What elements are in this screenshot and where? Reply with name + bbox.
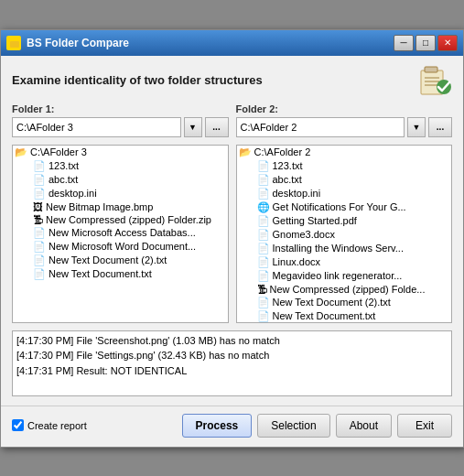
folder2-browse-button[interactable]: ... [428,117,452,137]
list-item: 🖼New Bitmap Image.bmp [13,200,228,213]
minimize-button[interactable]: ─ [394,35,414,51]
file-icon: 🗜 [257,284,267,295]
svg-rect-1 [10,41,19,48]
create-report-checkbox[interactable] [12,419,24,431]
list-item: 📄Gnome3.docx [237,228,452,242]
folder-inputs-row: Folder 1: ▼ ... Folder 2: ▼ ... [12,103,452,137]
list-item: 📄New Microsoft Access Databas... [13,226,228,240]
header-row: Examine identicality of two folder struc… [12,65,452,96]
file-icon: 📄 [257,229,270,241]
app-window: BS Folder Compare ─ □ ✕ Examine identica… [0,29,464,448]
file-icon: 📄 [33,227,46,239]
file-icon: 📄 [33,268,46,280]
list-item: 📄Linux.docx [237,255,452,269]
file-icon: 📄 [257,174,270,186]
folder2-group: Folder 2: ▼ ... [236,103,453,137]
list-item: 📄desktop.ini [237,187,452,200]
tree-panel-2[interactable]: 📂 C:\AFolder 2 📄123.txt 📄abc.txt 📄deskto… [236,145,453,323]
list-item: 📄abc.txt [13,173,228,187]
list-item: 📄New Text Document (2).txt [13,254,228,267]
folder1-input-row: ▼ ... [12,117,229,137]
header-icon [417,65,452,96]
list-item: 📄New Text Document.txt [13,267,228,281]
folder-open-icon: 📂 [239,146,252,158]
tree2-root: 📂 C:\AFolder 2 [237,146,452,159]
header-text: Examine identicality of two folder struc… [12,73,263,87]
file-icon: 🌐 [257,201,270,213]
main-content: Examine identicality of two folder struc… [1,56,463,406]
create-report-label: Create report [27,420,87,431]
file-icon: 📄 [257,160,270,172]
file-icon: 📄 [33,241,46,253]
list-item: 📄Getting Started.pdf [237,214,452,228]
log-line: [4:17:30 PM] File 'Settings.png' (32.43 … [16,348,448,363]
bottom-bar: Create report Process Selection About Ex… [1,408,463,447]
list-item: 📄desktop.ini [13,187,228,200]
app-icon [6,36,21,50]
selection-button[interactable]: Selection [257,414,329,438]
folder2-label: Folder 2: [236,103,453,114]
file-icon: 🖼 [33,201,43,212]
list-item: 📄Megavideo link regenerator... [237,269,452,283]
list-item: 📄New Text Document.txt [237,309,452,323]
folder1-dropdown-button[interactable]: ▼ [184,117,202,137]
file-icon: 📄 [33,188,46,200]
folder1-input[interactable] [12,117,181,137]
tree-panel-1[interactable]: 📂 C:\AFolder 3 📄123.txt 📄abc.txt 📄deskto… [12,145,229,323]
tree1-root: 📂 C:\AFolder 3 [13,146,228,159]
list-item: 📄abc.txt [237,173,452,187]
tree-panels: 📂 C:\AFolder 3 📄123.txt 📄abc.txt 📄deskto… [12,145,452,323]
file-icon: 📄 [257,188,270,200]
window-title: BS Folder Compare [27,37,394,49]
file-icon: 📄 [33,160,46,172]
create-report-checkbox-label[interactable]: Create report [12,419,87,431]
file-icon: 📄 [257,297,270,308]
file-icon: 📄 [33,254,46,266]
file-icon: 📄 [257,310,270,322]
file-icon: 📄 [33,174,46,186]
file-icon: 📄 [257,243,270,254]
file-icon: 📄 [257,256,270,268]
log-line: [4:17:31 PM] Result: NOT IDENTICAL [16,363,448,379]
process-button[interactable]: Process [182,414,253,438]
log-area[interactable]: [4:17:30 PM] File 'Screenshot.png' (1.03… [12,330,452,396]
list-item: 📄New Text Document (2).txt [237,296,452,309]
file-icon: 🗜 [33,214,43,225]
folder1-label: Folder 1: [12,103,229,114]
folder-open-icon: 📂 [15,146,27,158]
list-item: 🗜New Compressed (zipped) Folde... [237,283,452,296]
list-item: 📄123.txt [13,159,228,173]
list-item: 🌐Get Notifications For Your G... [237,200,452,214]
list-item: 📄New Microsoft Word Document... [13,240,228,254]
title-bar: BS Folder Compare ─ □ ✕ [1,30,463,56]
folder1-browse-button[interactable]: ... [205,117,229,137]
list-item: 🗜New Compressed (zipped) Folder.zip [13,213,228,226]
folder2-input[interactable] [236,117,405,137]
folder2-input-row: ▼ ... [236,117,453,137]
close-button[interactable]: ✕ [437,35,458,51]
log-line: [4:17:30 PM] File 'Screenshot.png' (1.03… [16,333,448,349]
folder1-group: Folder 1: ▼ ... [12,103,229,137]
folder2-dropdown-button[interactable]: ▼ [407,117,426,137]
exit-button[interactable]: Exit [397,414,452,438]
list-item: 📄123.txt [237,159,452,173]
window-controls: ─ □ ✕ [394,35,458,51]
list-item: 📄Installing the Windows Serv... [237,242,452,255]
divider [1,406,463,406]
maximize-button[interactable]: □ [415,35,436,51]
about-button[interactable]: About [336,414,392,438]
svg-rect-3 [425,67,437,72]
file-icon: 📄 [257,270,270,282]
file-icon: 📄 [257,215,270,227]
